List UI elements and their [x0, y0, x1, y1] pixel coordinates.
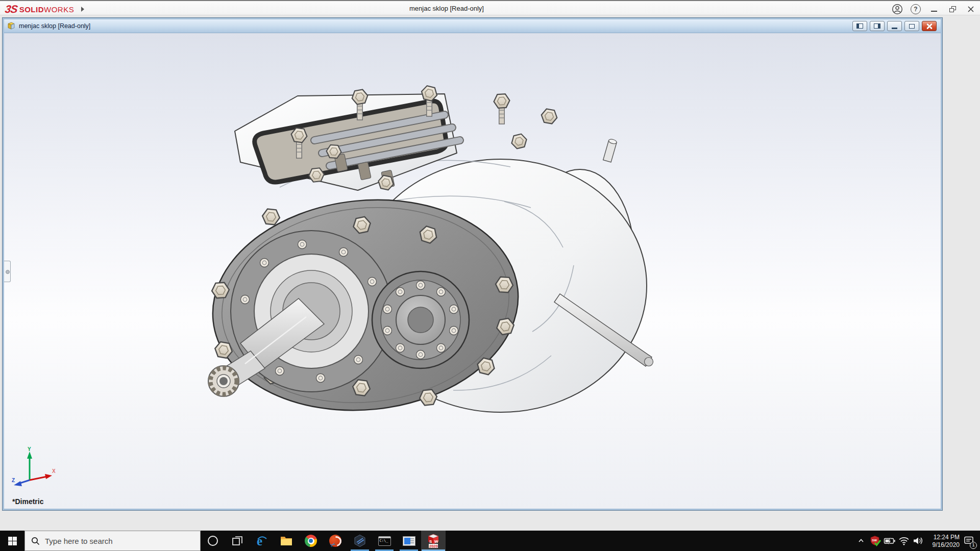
brand-name: SOLIDWORKS — [19, 5, 75, 14]
document-title: menjac sklop [Read-only] — [19, 22, 90, 30]
scissors-icon: ✂ — [329, 540, 337, 549]
document-window: menjac sklop [Read-only] — [3, 18, 942, 510]
split-pane-left-button[interactable] — [852, 21, 867, 31]
triad-z-axis: Z — [12, 478, 30, 486]
minimize-button[interactable] — [925, 3, 943, 16]
app-title: menjac sklop [Read-only] — [0, 1, 893, 16]
solidworks-taskbar-icon: S W 2020 — [426, 534, 440, 548]
svg-text:Z: Z — [12, 478, 15, 483]
command-prompt-icon: C:\_ — [378, 536, 391, 546]
clock-time: 12:24 PM — [926, 534, 960, 541]
wifi-icon — [898, 536, 910, 545]
spline-end — [208, 366, 239, 396]
search-input[interactable] — [45, 537, 183, 545]
svg-text:Y: Y — [28, 446, 31, 452]
restore-button[interactable] — [943, 3, 962, 16]
close-button[interactable] — [962, 3, 980, 16]
app-window-controls: ? — [888, 2, 980, 16]
solidworks-logo-icon: 3S — [4, 3, 18, 15]
minimize-icon — [931, 11, 937, 12]
windows-taskbar: e ✂ C:\_ — [0, 531, 980, 551]
top-output-stub-shaft[interactable] — [603, 138, 618, 162]
tray-show-hidden-icons[interactable] — [854, 531, 868, 551]
action-center-button[interactable]: 1 — [961, 531, 978, 551]
assembly-document-icon — [7, 22, 16, 30]
close-icon — [967, 6, 974, 13]
search-icon — [31, 537, 40, 545]
taskbar-item-media-cutter[interactable]: ✂ — [323, 531, 348, 551]
taskbar-item-media-player[interactable] — [397, 531, 421, 551]
sw-shield-icon: SW — [870, 535, 881, 546]
3d-viewport[interactable]: Y X Z *Dimetric — [4, 33, 941, 509]
help-icon: ? — [911, 4, 921, 14]
tray-solidworks-monitor[interactable]: SW — [869, 531, 882, 551]
taskbar-item-chrome[interactable] — [299, 531, 323, 551]
chevron-up-icon — [857, 537, 865, 545]
taskbar-item-cortana[interactable] — [201, 531, 225, 551]
restore-icon — [949, 6, 956, 12]
notification-count-badge: 1 — [970, 542, 977, 549]
system-tray: SW — [854, 531, 980, 551]
svg-text:X: X — [52, 468, 56, 474]
task-view-icon — [232, 535, 243, 546]
feature-manager-collapsed-tab[interactable] — [4, 261, 11, 282]
svg-text:S: S — [429, 539, 432, 544]
tray-volume[interactable] — [912, 531, 925, 551]
tray-network[interactable] — [897, 531, 911, 551]
triad-x-axis: X — [30, 468, 56, 480]
document-titlebar[interactable]: menjac sklop [Read-only] — [4, 19, 941, 33]
hexagon-app-icon — [353, 534, 366, 547]
user-icon — [892, 4, 903, 15]
brand-solid: SOLID — [19, 5, 44, 14]
svg-text:W: W — [434, 539, 438, 544]
gearbox-assembly-model[interactable] — [4, 33, 941, 509]
svg-text:e: e — [257, 534, 262, 547]
split-pane-right-button[interactable] — [870, 21, 885, 31]
edge-icon: e — [255, 534, 268, 547]
battery-icon — [884, 536, 896, 545]
media-cutter-icon: ✂ — [329, 535, 341, 547]
document-window-controls — [852, 21, 937, 31]
doc-restore-icon — [909, 24, 915, 29]
start-button[interactable] — [0, 531, 24, 551]
doc-minimize-icon — [892, 28, 897, 29]
account-button[interactable] — [888, 3, 906, 16]
tray-clock[interactable]: 12:24 PM 9/16/2020 — [926, 533, 960, 549]
windows-logo-icon — [8, 537, 17, 545]
doc-close-button[interactable] — [922, 21, 937, 31]
svg-text:2020: 2020 — [429, 544, 438, 548]
solidworks-app-window: 3S SOLIDWORKS menjac sklop [Read-only] ? — [0, 0, 980, 551]
brand-works: WORKS — [44, 5, 74, 14]
taskbar-item-edge[interactable]: e — [250, 531, 274, 551]
view-orientation-label: *Dimetric — [12, 497, 43, 506]
svg-text:SW: SW — [872, 539, 877, 542]
cortana-icon — [208, 536, 218, 546]
menu-expand-arrow-icon[interactable] — [81, 7, 84, 12]
secondary-bearing-cover[interactable] — [372, 271, 469, 368]
doc-restore-button[interactable] — [904, 21, 919, 31]
taskbar-item-solidworks[interactable]: S W 2020 — [421, 531, 446, 551]
solidworks-logo[interactable]: 3S SOLIDWORKS — [5, 3, 84, 15]
chrome-icon — [305, 535, 317, 547]
taskbar-search-box[interactable] — [24, 531, 201, 551]
tray-battery[interactable] — [883, 531, 896, 551]
triad-y-axis: Y — [27, 446, 32, 480]
help-button[interactable]: ? — [906, 3, 925, 16]
split-left-icon — [856, 23, 863, 29]
app-titlebar[interactable]: 3S SOLIDWORKS menjac sklop [Read-only] ? — [0, 0, 980, 15]
taskbar-item-task-view[interactable] — [225, 531, 250, 551]
media-player-icon — [403, 536, 415, 546]
file-explorer-icon — [280, 534, 293, 547]
speaker-icon — [913, 536, 924, 545]
doc-close-icon — [926, 23, 933, 29]
split-right-icon — [874, 23, 880, 29]
orientation-triad[interactable]: Y X Z — [10, 446, 57, 489]
taskbar-item-command-prompt[interactable]: C:\_ — [372, 531, 397, 551]
input-shaft-hub[interactable] — [208, 231, 392, 396]
clock-date: 9/16/2020 — [926, 541, 960, 549]
doc-minimize-button[interactable] — [887, 21, 902, 31]
taskbar-item-hexagon-app[interactable] — [348, 531, 372, 551]
taskbar-item-file-explorer[interactable] — [274, 531, 299, 551]
